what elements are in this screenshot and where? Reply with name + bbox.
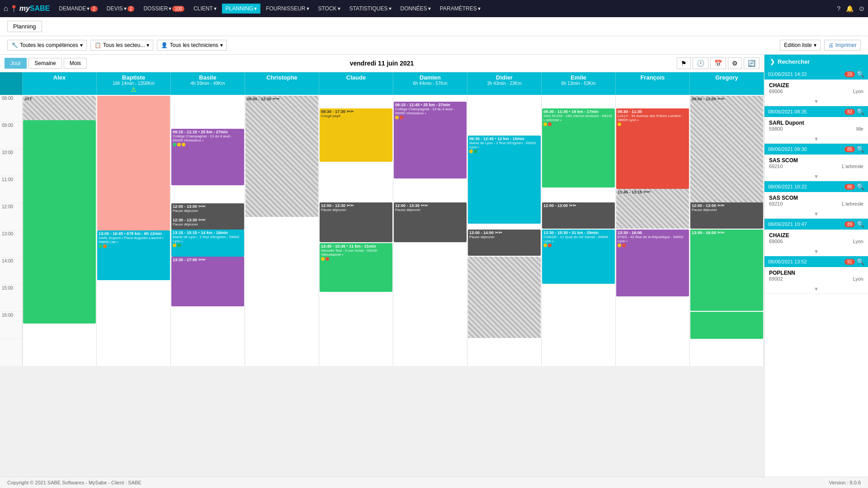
- footer-copyright: Copyright © 2021 SABE Softwares - MySabe…: [7, 480, 142, 484]
- sidebar-entry-4-header[interactable]: 08/06/2021 10:22 86 🔍: [764, 181, 868, 192]
- event-alex-att[interactable]: ATT: [23, 96, 96, 120]
- sidebar-entry-6-search[interactable]: 🔍: [857, 258, 864, 265]
- nav-demande[interactable]: DEMANDE ▾ 2: [55, 4, 101, 14]
- edition-button[interactable]: Edition liste ▾: [780, 40, 820, 51]
- sidebar-entry-2-header[interactable]: 08/06/2021 08:35 83 🔍: [764, 106, 868, 117]
- event-claude-morning[interactable]: 08:30 - 17:30 ✂✂ Congé payé: [320, 108, 392, 162]
- nav-parametres[interactable]: PARAMÈTRES ▾: [436, 4, 484, 14]
- home-icon[interactable]: ⌂: [4, 5, 8, 13]
- time-1100: 11:00: [0, 176, 22, 203]
- refresh-icon-btn[interactable]: 🔄: [744, 57, 760, 69]
- event-baptiste-mission[interactable]: 13:00 - 16:45 • 678 km - 6h 12min SARL D…: [97, 230, 170, 280]
- sidebar-entry-3-body: SAS SCOM 69210 L'arbresle: [764, 155, 868, 172]
- tech-icon: 👤: [161, 42, 168, 48]
- nav-stock[interactable]: STOCK ▾: [315, 4, 344, 14]
- view-mois-button[interactable]: Mois: [64, 58, 87, 69]
- event-basile-morning[interactable]: 09:15 - 11:15 • 25 km - 27min Collège Ch…: [171, 129, 244, 185]
- sidebar-entry-4-date: 08/06/2021 10:22: [768, 184, 807, 189]
- time-0800: 08:00: [0, 95, 22, 122]
- sidebar-entry-6-date: 08/06/2021 13:52: [768, 259, 807, 264]
- secteurs-icon: 📋: [94, 42, 101, 48]
- event-basile-afternoon[interactable]: 13:15 - 15:15 • 14 km - 18min Mairie de …: [171, 230, 244, 257]
- nav-devis[interactable]: DEVIS ▾ 2: [103, 4, 138, 14]
- sidebar-entry-6-body: POPLENN 69002 Lyon: [764, 267, 868, 284]
- page-title: Planning: [7, 21, 42, 32]
- sidebar-entry-2-search[interactable]: 🔍: [857, 108, 864, 115]
- sidebar-entry-5-expand[interactable]: ▾: [764, 247, 868, 256]
- nav-planning[interactable]: PLANNING ▾: [222, 4, 260, 14]
- sidebar-entry-5-search[interactable]: 🔍: [857, 221, 864, 228]
- calendar-controls: Jour Semaine Mois vendredi 11 juin 2021 …: [0, 55, 764, 72]
- nav-client[interactable]: CLIENT ▾: [190, 4, 220, 14]
- print-icon: 🖨: [828, 42, 834, 48]
- calendar-grid: Alex Baptiste 16h 14min - 1358Km ⚠ Basil…: [0, 72, 764, 479]
- event-baptiste-morning[interactable]: [97, 96, 170, 230]
- flag-button[interactable]: ⚑: [677, 57, 691, 69]
- event-damien-pause[interactable]: 12:00 - 13:30 ✂✂ Pause déjeuner: [394, 202, 467, 242]
- sidebar-entry-2-expand[interactable]: ▾: [764, 134, 868, 143]
- event-emile-afternoon[interactable]: 13:30 - 15:30 • 31 km - 29min CHAIZE - 1…: [542, 230, 615, 284]
- clock-icon-btn[interactable]: 🕐: [693, 57, 708, 69]
- view-jour-button[interactable]: Jour: [5, 58, 27, 69]
- col-baptiste: 13:00 - 16:45 • 678 km - 6h 12min SARL D…: [97, 95, 171, 366]
- help-icon[interactable]: ?: [837, 5, 840, 12]
- event-damien-morning[interactable]: 08:15 - 11:45 • 25 km - 27min Collège Ch…: [394, 102, 467, 178]
- bell-icon[interactable]: 🔔: [846, 5, 854, 12]
- sidebar-entry-1-search[interactable]: 🔍: [857, 70, 864, 78]
- techniciens-filter[interactable]: 👤 Tous les techniciens ▾: [157, 40, 226, 51]
- sidebar-entry-5-header[interactable]: 08/06/2021 10:47 89 🔍: [764, 219, 868, 230]
- event-francois-afternoon[interactable]: 13:30 - 16:00 ETES - 42 Rue de la Républ…: [616, 230, 689, 296]
- nav-dossier[interactable]: DOSSIER ▾ 100: [140, 4, 188, 14]
- calendar-icon-btn[interactable]: 📅: [710, 57, 726, 69]
- event-didier-morning[interactable]: 09:30 - 12:45 • 12 km - 15min Mairie de …: [468, 136, 541, 224]
- sidebar-entry-6-header[interactable]: 08/06/2021 13:52 91 🔍: [764, 256, 868, 267]
- competences-filter[interactable]: 🔧 Toutes les compétences ▾: [7, 40, 87, 51]
- sidebar-entry-3-header[interactable]: 08/06/2021 09:30 85 🔍: [764, 144, 868, 155]
- sidebar-entry-4-expand[interactable]: ▾: [764, 209, 868, 218]
- event-didier-pause[interactable]: 13:00 - 14:00 ✂✂ Pause déjeuner: [468, 230, 541, 256]
- event-didier-stripe[interactable]: [468, 257, 541, 338]
- sidebar-entry-4: 08/06/2021 10:22 86 🔍 SAS SCOM 69210 L'a…: [764, 181, 868, 219]
- tech-header-baptiste: Baptiste 16h 14min - 1358Km ⚠: [97, 72, 171, 95]
- nav-statistiques[interactable]: STATISTIQUES ▾: [346, 4, 395, 14]
- event-emile-morning[interactable]: 08:30 - 11:45 • 19 km - 17min SAS SCOM -…: [542, 108, 615, 188]
- user-icon[interactable]: ⊙: [859, 5, 864, 12]
- settings-icon-btn[interactable]: ⚙: [728, 57, 742, 69]
- event-francois-stripe[interactable]: 11:45 - 13:15 ✂✂: [616, 189, 689, 229]
- secteurs-filter[interactable]: 📋 Tous les secteu... ▾: [90, 40, 154, 51]
- event-alex-green[interactable]: [23, 120, 96, 324]
- event-claude-afternoon[interactable]: 13:45 - 15:45 • 11 km - 21min Sécurité T…: [320, 243, 392, 292]
- time-1300: 13:00: [0, 230, 22, 258]
- location-icon[interactable]: 📍: [10, 5, 18, 12]
- event-basile-pause2[interactable]: 12:30 - 13:30 ✂✂ Pause déjeuner: [171, 217, 244, 230]
- time-1200: 12:00: [0, 203, 22, 230]
- sidebar-entry-3-search[interactable]: 🔍: [857, 145, 864, 153]
- nav-donnees[interactable]: DONNÉES ▾: [397, 4, 434, 14]
- event-claude-pause[interactable]: 12:00 - 13:30 ✂✂ Pause déjeuner: [320, 202, 392, 242]
- col-damien: 08:15 - 11:45 • 25 km - 27min Collège Ch…: [393, 95, 467, 366]
- event-christophe-stripe[interactable]: 08:00 - 12:30 ✂✂: [245, 96, 318, 217]
- event-gregory-morning[interactable]: 08:00 - 12:00 ✂✂: [690, 96, 763, 203]
- sidebar-entry-3-expand[interactable]: ▾: [764, 172, 868, 181]
- secteurs-dropdown-icon: ▾: [146, 42, 149, 48]
- calendar-date: vendredi 11 juin 2021: [96, 60, 668, 67]
- event-gregory-afternoon[interactable]: 13:00 - 16:00 ✂✂: [690, 230, 763, 311]
- sidebar-entry-4-search[interactable]: 🔍: [857, 183, 864, 190]
- event-basile-ev2[interactable]: 13:30 - 17:00 ✂✂: [171, 257, 244, 306]
- view-semaine-button[interactable]: Semaine: [28, 58, 61, 69]
- sidebar-entry-1-header[interactable]: 01/06/2021 14:22 29 🔍: [764, 69, 868, 80]
- sidebar-entry-3: 08/06/2021 09:30 85 🔍 SAS SCOM 69210 L'a…: [764, 144, 868, 181]
- event-francois-morning[interactable]: 08:30 - 11:30 LULLY - 91 Avenue des Frèr…: [616, 108, 689, 189]
- time-1000: 10:00: [0, 149, 22, 176]
- tech-header-alex: Alex: [23, 72, 97, 95]
- event-gregory-pause[interactable]: 12:00 - 13:00 ✂✂ Pause déjeuner: [690, 202, 763, 229]
- print-button[interactable]: 🖨 Imprimer: [824, 40, 861, 51]
- nav-fournisseur[interactable]: FOURNISSEUR ▾: [262, 4, 312, 14]
- sidebar-entry-1-expand[interactable]: ▾: [764, 97, 868, 106]
- col-christophe: 08:00 - 12:30 ✂✂: [245, 95, 319, 366]
- toolbar-right: Edition liste ▾ 🖨 Imprimer: [780, 40, 861, 51]
- time-1600: 16:00: [0, 312, 22, 339]
- sidebar-entry-6-expand[interactable]: ▾: [764, 284, 868, 293]
- event-emile-pause[interactable]: 12:00 - 13:00 ✂✂: [542, 202, 615, 229]
- event-gregory-bottom[interactable]: [690, 312, 763, 339]
